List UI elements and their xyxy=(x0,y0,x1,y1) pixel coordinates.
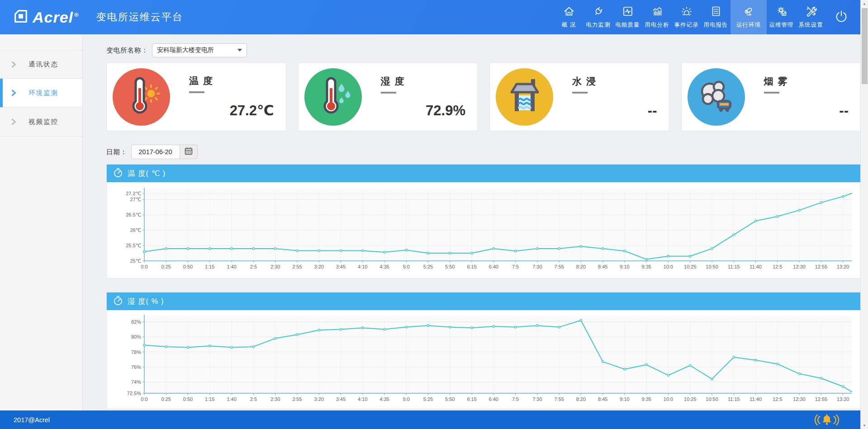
svg-text:26℃: 26℃ xyxy=(130,227,141,233)
svg-text:2:5: 2:5 xyxy=(250,396,257,402)
nav-item-label: 事件记录 xyxy=(674,21,699,29)
nav-item-label: 系统设置 xyxy=(799,21,823,29)
date-picker: 2017-06-20 xyxy=(131,145,198,159)
env-card-3: 水 浸-- xyxy=(489,62,669,131)
sidebar-item-2[interactable]: 环境监测 xyxy=(0,79,82,108)
svg-text:12:55: 12:55 xyxy=(815,396,828,402)
app-title: 变电所运维云平台 xyxy=(96,10,183,24)
svg-text:3:20: 3:20 xyxy=(314,396,323,402)
nav-item-9[interactable]: 系统设置 xyxy=(796,0,825,34)
svg-text:3:20: 3:20 xyxy=(314,264,323,269)
chart-title: 湿 度( % ) xyxy=(128,297,164,306)
svg-text:12:30: 12:30 xyxy=(793,264,806,269)
alarm-bell-icon[interactable] xyxy=(814,413,840,427)
svg-text:6:15: 6:15 xyxy=(467,396,476,402)
chevron-right-icon xyxy=(11,90,17,96)
svg-text:78%: 78% xyxy=(131,349,141,355)
svg-text:5:50: 5:50 xyxy=(445,264,455,269)
svg-text:2:55: 2:55 xyxy=(292,264,302,269)
svg-text:11:15: 11:15 xyxy=(728,396,740,402)
nav-item-label: 电能质量 xyxy=(616,21,640,29)
svg-text:5:25: 5:25 xyxy=(423,264,433,269)
scroll-thumb[interactable] xyxy=(862,8,868,84)
svg-text:13:20: 13:20 xyxy=(837,396,849,402)
power-button[interactable] xyxy=(828,9,854,25)
date-input[interactable]: 2017-06-20 xyxy=(132,145,180,159)
svg-text:6:40: 6:40 xyxy=(489,396,498,402)
svg-text:3:45: 3:45 xyxy=(336,396,346,402)
svg-text:3:45: 3:45 xyxy=(336,264,346,269)
svg-text:10:25: 10:25 xyxy=(684,264,697,269)
svg-text:1:40: 1:40 xyxy=(227,396,236,402)
calendar-button[interactable] xyxy=(180,145,197,159)
sidebar: 通讯状态环境监测视频监控 xyxy=(0,34,83,410)
thermometer-sun-icon xyxy=(113,68,170,126)
title-underline xyxy=(764,92,779,94)
scroll-up-button[interactable]: ▲ xyxy=(861,0,868,7)
card-value: 27.2℃ xyxy=(189,102,274,119)
svg-text:2:5: 2:5 xyxy=(250,264,257,269)
svg-text:8:45: 8:45 xyxy=(598,396,607,402)
svg-text:9:35: 9:35 xyxy=(641,396,651,402)
timer-icon xyxy=(113,295,123,308)
svg-text:5:0: 5:0 xyxy=(403,264,410,269)
env-card-4: 烟 雾-- xyxy=(681,62,861,131)
svg-text:5:0: 5:0 xyxy=(403,396,410,402)
nav-item-3[interactable]: 电能质量 xyxy=(613,0,642,34)
svg-text:10:0: 10:0 xyxy=(664,396,673,402)
svg-text:0:0: 0:0 xyxy=(141,396,147,402)
timer-icon xyxy=(113,167,123,180)
svg-text:13:20: 13:20 xyxy=(837,264,849,269)
sidebar-item-label: 环境监测 xyxy=(28,89,58,97)
nav-item-label: 用电分析 xyxy=(645,21,669,29)
svg-text:25℃: 25℃ xyxy=(130,258,141,264)
svg-text:12:5: 12:5 xyxy=(773,396,782,402)
nav-item-2[interactable]: 电力监测 xyxy=(583,0,613,34)
acrel-logo: Acrel® xyxy=(13,9,79,26)
analysis-icon xyxy=(651,5,663,19)
svg-text:5:50: 5:50 xyxy=(445,396,455,402)
chevron-right-icon xyxy=(11,61,17,68)
svg-text:7:30: 7:30 xyxy=(532,396,542,402)
svg-text:0:0: 0:0 xyxy=(141,264,147,269)
water-well-icon xyxy=(496,68,553,126)
card-value: -- xyxy=(764,103,849,119)
copyright-text: 2017@Acrel xyxy=(14,416,50,424)
chart-panel-2: 湿 度( % )82%80%78%76%74%72.5%0:00:250:501… xyxy=(106,292,861,409)
charts-area: 温 度( ℃ )27.2℃27℃26.5℃26℃25.5℃25℃0:00:250… xyxy=(106,164,861,409)
calendar-icon xyxy=(185,147,193,157)
station-row: 变电所名称： 安科瑞新大楼变电所 xyxy=(106,43,861,57)
svg-text:74%: 74% xyxy=(131,379,141,385)
svg-text:4:10: 4:10 xyxy=(358,396,367,402)
content-area: 变电所名称： 安科瑞新大楼变电所 温 度27.2℃湿 度72.9%水 浸--烟 … xyxy=(83,34,868,410)
svg-text:11:15: 11:15 xyxy=(728,264,740,269)
nav-item-4[interactable]: 用电分析 xyxy=(642,0,672,34)
plug-icon xyxy=(593,5,604,19)
camera-icon xyxy=(743,5,754,19)
footer-bar: 2017@Acrel xyxy=(0,410,868,429)
sidebar-item-1[interactable]: 通讯状态 xyxy=(0,50,82,79)
svg-text:7:30: 7:30 xyxy=(532,264,542,269)
card-title: 湿 度 xyxy=(381,75,466,88)
nav-item-label: 运行环境 xyxy=(736,21,761,29)
nav-item-7[interactable]: 运行环境 xyxy=(730,0,767,34)
sidebar-item-label: 通讯状态 xyxy=(28,60,58,69)
svg-text:2:55: 2:55 xyxy=(292,396,302,402)
nav-item-5[interactable]: 事件记录 xyxy=(672,0,701,34)
nav-item-1[interactable]: 概 况 xyxy=(554,0,583,34)
svg-text:1:40: 1:40 xyxy=(227,264,236,269)
nav-item-6[interactable]: 用电报告 xyxy=(701,0,730,34)
nav-item-label: 用电报告 xyxy=(704,21,728,29)
svg-text:6:40: 6:40 xyxy=(489,264,498,269)
sidebar-item-3[interactable]: 视频监控 xyxy=(0,108,82,137)
svg-text:6:15: 6:15 xyxy=(467,264,476,269)
station-select[interactable]: 安科瑞新大楼变电所 xyxy=(152,43,247,57)
report-icon xyxy=(710,5,722,19)
chart-plot-area: 82%80%78%76%74%72.5%0:00:250:501:151:402… xyxy=(107,310,860,409)
event-icon xyxy=(681,5,693,19)
svg-text:76%: 76% xyxy=(131,364,141,370)
svg-text:10:50: 10:50 xyxy=(706,264,718,269)
svg-text:10:50: 10:50 xyxy=(706,396,718,402)
nav-item-8[interactable]: 运维管理 xyxy=(767,0,796,34)
scroll-down-button[interactable]: ▼ xyxy=(861,422,868,429)
